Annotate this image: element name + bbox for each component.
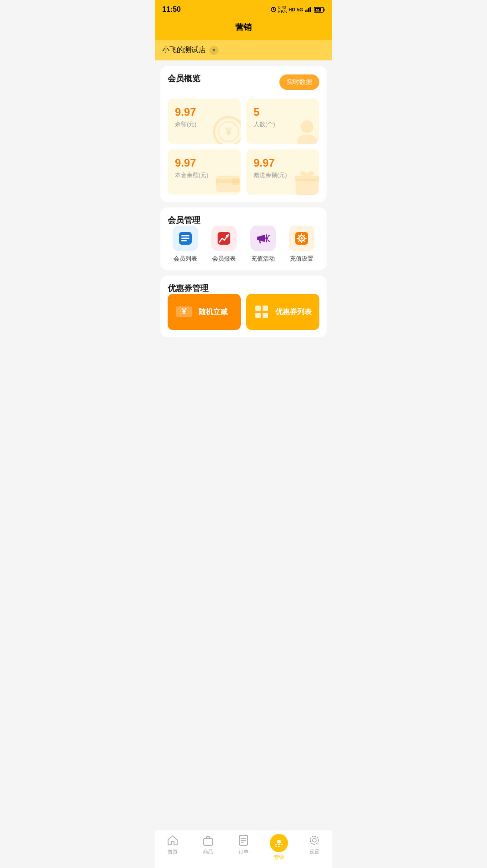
overview-header: 会员概览 实时数据 [168,73,319,91]
person-icon [291,116,319,144]
svg-point-27 [265,237,268,240]
svg-rect-24 [218,232,230,245]
status-icons: 0.40KB/s HD 5G 69 [271,5,325,14]
member-report-icon [211,226,237,251]
marketing-active-bg [270,834,288,852]
nav-products-label: 商品 [203,848,213,855]
main-content: 会员概览 实时数据 9.97 余额(元) ¥ 5 人数(个) [155,60,332,385]
svg-rect-46 [255,306,261,311]
overview-title: 会员概览 [168,73,200,84]
svg-point-62 [310,836,318,844]
clock-icon [271,7,276,12]
svg-rect-26 [257,237,259,240]
stat-grid: 9.97 余额(元) ¥ 5 人数(个) [168,99,319,195]
store-name: 小飞的测试店 [162,45,206,55]
svg-line-30 [268,235,269,237]
stat-principal: 9.97 本金余额(元) [168,149,241,195]
nav-home[interactable]: 首页 [159,834,186,861]
store-selector[interactable]: 小飞的测试店 ▼ [155,40,332,60]
svg-rect-19 [295,176,319,181]
svg-text:¥: ¥ [182,307,186,316]
coupon-title: 优惠券管理 [168,284,209,293]
marketing-icon [273,837,285,849]
nav-orders[interactable]: 订单 [230,834,257,861]
coin-icon: ¥ [213,116,241,144]
svg-point-61 [313,838,316,842]
bottom-nav: 首页 商品 订单 [155,830,332,868]
svg-rect-21 [181,235,189,237]
coupon-grid: ¥ 随机立减 优惠券列表 [168,294,319,330]
svg-rect-22 [181,238,189,239]
nav-settings-label: 设置 [309,848,319,855]
svg-point-34 [301,237,303,240]
svg-line-31 [268,240,269,242]
coupon-list-label: 优惠券列表 [275,307,312,317]
svg-text:¥: ¥ [225,125,232,138]
member-list-label: 会员列表 [174,255,197,263]
member-mgmt-card: 会员管理 会员列表 [160,207,327,270]
status-bar: 11:50 0.40KB/s HD 5G 69 [155,0,332,18]
member-list-item[interactable]: 会员列表 [168,226,203,263]
stat-balance: 9.97 余额(元) ¥ [168,99,241,144]
recharge-settings-item[interactable]: 充值设置 [284,226,320,263]
nav-home-label: 首页 [168,848,178,855]
member-overview-card: 会员概览 实时数据 9.97 余额(元) ¥ 5 人数(个) [160,66,327,202]
svg-text:69: 69 [316,9,319,12]
member-list-icon [173,226,198,251]
svg-rect-5 [308,8,309,12]
svg-rect-48 [255,313,261,318]
realtime-data-button[interactable]: 实时数据 [279,74,319,90]
nav-settings[interactable]: 设置 [301,834,328,861]
svg-rect-23 [181,240,187,242]
svg-rect-47 [263,306,268,311]
signal-icon [305,7,312,12]
random-discount-label: 随机立减 [199,307,228,317]
coupon-list-button[interactable]: 优惠券列表 [246,294,319,330]
page-title: 营销 [235,23,252,32]
mgmt-grid: 会员列表 会员报表 [168,226,319,263]
wallet-icon [213,167,241,195]
svg-rect-56 [275,844,277,845]
home-icon [166,834,179,847]
gift-icon [291,167,319,195]
coupon-mgmt-card: 优惠券管理 ¥ 随机立减 优惠券列表 [160,276,327,337]
member-report-item[interactable]: 会员报表 [207,226,242,263]
battery-icon: 69 [314,7,325,13]
chevron-down-icon[interactable]: ▼ [209,46,219,55]
svg-rect-49 [263,313,268,318]
svg-rect-57 [278,844,280,845]
order-icon [237,834,250,847]
stat-members: 5 人数(个) [246,99,319,144]
svg-point-15 [297,134,317,144]
grid-icon [253,304,270,320]
recharge-activity-icon [250,226,276,251]
svg-rect-3 [305,10,306,12]
svg-point-55 [277,840,281,843]
svg-rect-8 [324,9,325,11]
network-type: HD [288,7,295,12]
recharge-activity-item[interactable]: 充值活动 [245,226,281,263]
recharge-activity-label: 充值活动 [251,255,275,263]
ticket-icon: ¥ [175,303,193,321]
nav-orders-label: 订单 [239,848,248,855]
nav-products[interactable]: 商品 [194,834,222,861]
status-time: 11:50 [162,5,181,14]
member-report-label: 会员报表 [212,255,236,263]
svg-line-2 [273,10,274,10]
svg-rect-6 [310,7,311,12]
settings-icon [308,834,321,847]
svg-rect-18 [232,178,239,185]
signal-type: 5G [297,7,303,12]
stat-gift: 9.97 赠送余额(元) [246,149,319,195]
random-discount-button[interactable]: ¥ 随机立减 [168,294,241,330]
svg-rect-4 [307,10,308,12]
svg-rect-60 [278,846,280,847]
recharge-settings-icon [289,226,314,251]
svg-point-14 [301,120,313,133]
nav-marketing-label: 营销 [274,854,284,861]
svg-rect-58 [281,844,283,845]
svg-rect-59 [275,846,277,847]
nav-marketing[interactable]: 营销 [265,834,293,861]
network-speed: 0.40KB/s [278,5,287,14]
bag-icon [202,834,214,847]
